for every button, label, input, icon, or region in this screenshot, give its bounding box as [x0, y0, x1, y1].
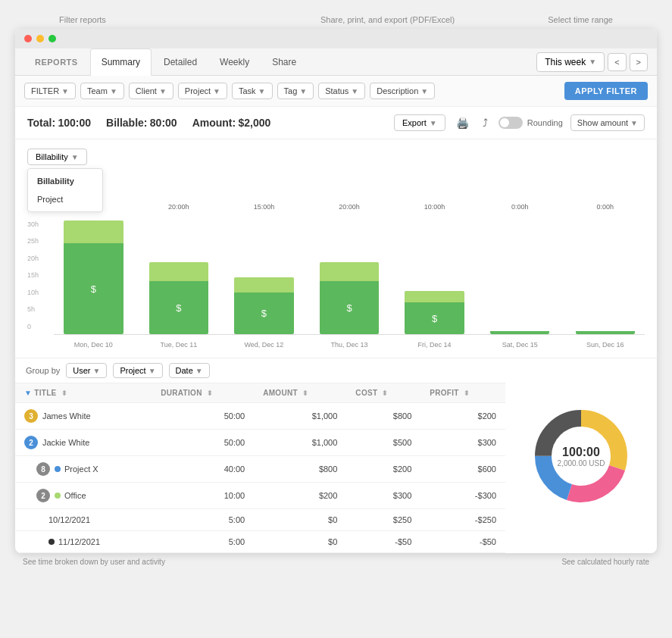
billable-label: Billable:: [106, 117, 147, 129]
cell-title-4: 10/12/2021: [15, 509, 152, 531]
col-title: ▼ TITLE ⬍: [15, 383, 152, 403]
y-axis: 0 5h 10h 15h 20h 25h 30h 35h: [27, 203, 54, 332]
maximize-dot[interactable]: [48, 35, 56, 42]
group-user-chevron-icon: ▼: [92, 367, 100, 375]
export-chevron-icon: ▼: [430, 119, 437, 127]
x-axis-labels: Mon, Dec 10Tue, Dec 11Wed, Dec 12Thu, De…: [54, 335, 645, 349]
bar-stack-1: $: [139, 213, 219, 334]
prev-period-button[interactable]: <: [608, 53, 626, 71]
export-button[interactable]: Export ▼: [394, 114, 445, 131]
annotation-export: Share, print, and export (PDF/Excel): [320, 15, 455, 24]
table-row[interactable]: 10/12/20215:00$0$250-$250: [15, 509, 505, 531]
table-row[interactable]: 2Jackie White50:00$1,000$500$300: [15, 430, 505, 456]
share-button[interactable]: ⤴: [480, 115, 491, 130]
status-chevron-icon: ▼: [351, 87, 358, 95]
donut-wrap: 100:00 2,000.00 USD: [505, 358, 657, 553]
filter-button[interactable]: FILTER ▼: [24, 83, 76, 99]
donut-time: 100:00: [558, 445, 605, 458]
x-label-3: Thu, Dec 13: [310, 341, 389, 349]
bar-lower-0[interactable]: $: [64, 243, 123, 334]
table-row[interactable]: 2Office10:00$200$300-$300: [15, 483, 505, 509]
table-wrap: Group by User ▼ Project ▼ Date ▼: [15, 358, 505, 553]
sort-icon-profit: ⬍: [464, 389, 470, 397]
client-filter[interactable]: Client ▼: [129, 83, 173, 99]
time-range-button[interactable]: This week ▼: [536, 52, 605, 72]
bar-upper-0: [64, 220, 123, 243]
billability-dropdown[interactable]: Billability ▼: [27, 149, 87, 165]
x-label-1: Tue, Dec 11: [139, 341, 219, 349]
tab-detailed[interactable]: Detailed: [153, 49, 208, 75]
project-filter[interactable]: Project ▼: [178, 83, 227, 99]
table-row[interactable]: 11/12/20215:00$0-$50-$50: [15, 531, 505, 553]
bar-stack-6: [565, 213, 645, 334]
tab-weekly[interactable]: Weekly: [209, 49, 260, 75]
status-filter[interactable]: Status ▼: [318, 83, 365, 99]
group-date-btn[interactable]: Date ▼: [169, 363, 210, 378]
bar-label-top-3: 20:00h: [339, 203, 360, 211]
cell-title-5: 11/12/2021: [15, 531, 152, 553]
bar-lower-6[interactable]: [576, 331, 635, 334]
cell-duration-5: 5:00: [152, 531, 254, 553]
bar-stack-3: $: [310, 213, 389, 334]
client-label: Client: [136, 86, 157, 95]
row-num-3: 2: [36, 489, 50, 502]
bar-stack-5: [480, 213, 560, 334]
group-user-btn[interactable]: User ▼: [66, 363, 107, 378]
minimize-dot[interactable]: [36, 35, 44, 42]
dropdown-item-billability[interactable]: Billability: [28, 172, 102, 190]
billability-label: Billability: [36, 152, 68, 161]
close-dot[interactable]: [24, 35, 32, 42]
team-filter[interactable]: Team ▼: [80, 83, 124, 99]
bar-lower-5[interactable]: [490, 331, 549, 334]
cell-title-2: 8Project X: [15, 456, 152, 483]
billability-menu: Billability Project: [27, 168, 103, 212]
next-period-button[interactable]: >: [630, 53, 648, 71]
show-amount-button[interactable]: Show amount ▼: [570, 114, 645, 131]
bar-lower-2[interactable]: $: [234, 292, 293, 334]
donut-amount: 2,000.00 USD: [558, 458, 605, 467]
rounding-toggle[interactable]: [499, 117, 523, 129]
description-filter[interactable]: Description ▼: [370, 83, 435, 99]
apply-filter-button[interactable]: APPLY FILTER: [564, 82, 648, 100]
project-label: Project: [185, 86, 211, 95]
y-label-5: 5h: [27, 305, 54, 313]
bar-group-0: $: [54, 211, 133, 334]
data-table: ▼ TITLE ⬍ DURATION ⬍ AMOUNT ⬍: [15, 383, 505, 553]
table-row[interactable]: 3James White50:00$1,000$800$200: [15, 403, 505, 430]
bottom-section: Group by User ▼ Project ▼ Date ▼: [15, 358, 657, 553]
bar-lower-4[interactable]: $: [405, 302, 464, 334]
group-by-label: Group by: [26, 366, 60, 375]
bar-label-top-1: 20:00h: [168, 203, 189, 211]
export-label: Export: [402, 118, 427, 127]
table-row[interactable]: 8Project X40:00$800$200$600: [15, 456, 505, 483]
tag-filter[interactable]: Tag ▼: [277, 83, 314, 99]
filter-bar: FILTER ▼ Team ▼ Client ▼ Project ▼ Task …: [15, 76, 657, 107]
task-chevron-icon: ▼: [258, 87, 266, 95]
annotation-bottom-right: See calculated hourly rate: [561, 558, 649, 566]
bar-label-top-5: 0:00h: [511, 203, 529, 211]
summary-bar: Total: 100:00 Billable: 80:00 Amount: $2…: [15, 107, 657, 139]
print-button[interactable]: 🖨️: [453, 115, 472, 130]
bar-lower-3[interactable]: $: [320, 281, 379, 334]
bar-group-6: 0:00h: [565, 203, 645, 334]
group-project-btn[interactable]: Project ▼: [113, 363, 162, 378]
sort-icon-title: ⬍: [61, 389, 67, 397]
dropdown-item-project[interactable]: Project: [28, 190, 102, 208]
cell-title-3: 2Office: [15, 483, 152, 509]
y-label-20: 20h: [27, 255, 54, 262]
row-name-0: James White: [42, 411, 91, 421]
tab-summary[interactable]: Summary: [90, 48, 152, 76]
bar-lower-1[interactable]: $: [149, 281, 208, 334]
cell-profit-3: -$300: [420, 483, 505, 509]
task-filter[interactable]: Task ▼: [232, 83, 273, 99]
tabs-bar: REPORTS Summary Detailed Weekly Share Th…: [15, 48, 657, 76]
description-label: Description: [377, 86, 418, 95]
cell-profit-1: $300: [420, 430, 505, 456]
cell-duration-3: 10:00: [152, 483, 254, 509]
donut-chart: 100:00 2,000.00 USD: [528, 403, 634, 509]
sort-icon-amount: ⬍: [302, 389, 308, 397]
cell-title-0: 3James White: [15, 403, 152, 430]
cell-cost-2: $200: [346, 456, 420, 483]
tab-share[interactable]: Share: [261, 49, 307, 75]
toggle-knob: [500, 118, 509, 127]
